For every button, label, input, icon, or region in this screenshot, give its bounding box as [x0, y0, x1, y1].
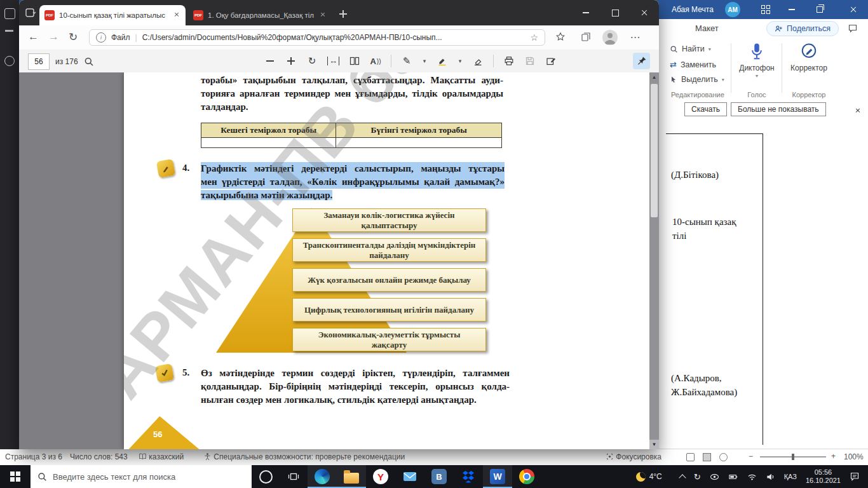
- view-print-layout-icon[interactable]: [703, 452, 711, 461]
- cortana-button[interactable]: [252, 465, 280, 488]
- tab-actions-menu-icon[interactable]: [25, 8, 37, 18]
- draw-pen-dropdown-icon[interactable]: ▾: [422, 53, 427, 69]
- pdf-intro-paragraph[interactable]: торабы» тақырыбын талқылап, сұхбаттасыңд…: [201, 74, 503, 114]
- tray-network-icon[interactable]: [743, 465, 761, 488]
- taskbar-explorer-button[interactable]: [337, 465, 366, 488]
- task-view-button[interactable]: [280, 465, 308, 488]
- status-focus-mode[interactable]: Фокусировка: [606, 452, 661, 461]
- taskbar-vk-button[interactable]: В: [424, 465, 454, 488]
- print-icon[interactable]: [503, 53, 515, 69]
- page-view-icon[interactable]: [349, 53, 360, 69]
- pdf-viewport[interactable]: АРМАН-ПВ ба торабы» тақырыбын талқылап, …: [19, 72, 659, 449]
- pdf-page-input[interactable]: [28, 53, 50, 70]
- tray-sync-icon[interactable]: ↻: [689, 465, 705, 488]
- collections-icon[interactable]: [578, 31, 593, 43]
- scroll-down-icon[interactable]: ▼: [649, 440, 659, 449]
- tray-eye-icon[interactable]: [705, 465, 724, 488]
- status-word-count[interactable]: Число слов: 543: [70, 452, 128, 461]
- zoom-in-button[interactable]: +: [831, 452, 836, 461]
- doc-title[interactable]: 10-сынып қазақ тілі: [672, 215, 747, 243]
- share-button[interactable]: Поделиться: [766, 21, 839, 36]
- zoom-slider-thumb[interactable]: [792, 454, 794, 460]
- new-tab-button[interactable]: [339, 9, 347, 20]
- fit-to-width-icon[interactable]: ↔: [327, 53, 339, 69]
- taskbar-edge-button[interactable]: [308, 465, 337, 488]
- address-bar[interactable]: i Файл | C:/Users/admin/Documents/Новый%…: [89, 29, 545, 46]
- pin-toolbar-icon[interactable]: [633, 53, 650, 69]
- message-bar-close-icon[interactable]: [854, 105, 862, 117]
- word-restore-button[interactable]: [806, 0, 834, 19]
- status-accessibility[interactable]: Специальные возможности: проверьте реком…: [203, 452, 405, 461]
- view-web-layout-icon[interactable]: [719, 452, 728, 461]
- word-minimize-button[interactable]: [778, 0, 806, 19]
- pdf-search-icon[interactable]: [84, 57, 94, 67]
- tray-volume-icon[interactable]: [761, 465, 780, 488]
- task4-paragraph[interactable]: Графиктік мәтіндегі деректерді салыстыры…: [201, 162, 505, 202]
- comments-icon[interactable]: [848, 24, 858, 34]
- tab-close-icon[interactable]: [173, 11, 180, 20]
- word-close-button[interactable]: [839, 0, 868, 19]
- dont-show-again-button[interactable]: Больше не показывать: [731, 102, 826, 116]
- profile-avatar-icon[interactable]: [602, 30, 618, 45]
- tray-battery-icon[interactable]: [724, 465, 743, 488]
- favorites-icon[interactable]: [553, 31, 568, 43]
- scrollbar-thumb[interactable]: [651, 84, 658, 217]
- refresh-icon[interactable]: ↻: [69, 30, 78, 44]
- forward-icon[interactable]: →: [48, 30, 59, 43]
- replace-button[interactable]: ⇄ Заменить: [670, 60, 716, 69]
- weather-widget[interactable]: 4°C: [632, 465, 667, 488]
- language-indicator[interactable]: ҚАЗ: [780, 465, 801, 488]
- doc-author-2[interactable]: (А.Кадыров, Ж.Байхадамова): [671, 371, 761, 399]
- taskbar-mail-button[interactable]: [395, 465, 424, 488]
- background-window-edge[interactable]: [0, 0, 19, 449]
- edge-minimize-button[interactable]: [571, 0, 600, 25]
- doc-author-1[interactable]: (Д.Бітікова): [671, 168, 719, 182]
- status-language[interactable]: казахский: [139, 452, 184, 461]
- edge-tab-inactive[interactable]: PDF 1. Оқу бағдарламасы_Қазақ тіл: [188, 6, 332, 25]
- scroll-up-icon[interactable]: ▲: [649, 72, 659, 82]
- avatar[interactable]: АМ: [725, 2, 740, 17]
- zoom-in-icon[interactable]: [285, 53, 297, 69]
- select-button[interactable]: Выделить▾: [670, 75, 724, 84]
- tab-layout[interactable]: Макет: [695, 24, 719, 33]
- action-center-icon[interactable]: [845, 465, 864, 488]
- read-aloud-icon[interactable]: A: [370, 53, 381, 69]
- download-button[interactable]: Скачать: [684, 102, 727, 116]
- pdf-scrollbar[interactable]: ▲ ▼: [649, 72, 659, 449]
- status-page[interactable]: Страница 3 из 6: [5, 452, 62, 461]
- edge-window[interactable]: PDF 10-сынып қазақ тілі жаратылыс PDF 1.…: [19, 0, 659, 449]
- edge-maximize-button[interactable]: [600, 0, 630, 25]
- taskbar-word-button[interactable]: W: [483, 465, 512, 488]
- edge-tab-active[interactable]: PDF 10-сынып қазақ тілі жаратылыс: [39, 5, 186, 25]
- ribbon-display-options-icon[interactable]: [761, 5, 770, 14]
- zoom-slider[interactable]: [760, 456, 826, 458]
- view-read-mode-icon[interactable]: [686, 452, 695, 461]
- info-icon[interactable]: i: [96, 32, 106, 43]
- edge-close-button[interactable]: [630, 0, 659, 25]
- start-button[interactable]: [0, 465, 31, 488]
- taskbar-yandex-button[interactable]: Y: [366, 465, 395, 488]
- add-favorite-star-icon[interactable]: ☆: [530, 32, 538, 43]
- word-account-name[interactable]: Абая Мечта: [672, 5, 714, 14]
- zoom-out-icon[interactable]: [264, 53, 276, 69]
- zoom-out-button[interactable]: −: [749, 452, 753, 461]
- highlighter-dropdown-icon[interactable]: ▾: [458, 53, 463, 69]
- find-button[interactable]: Найти▾: [670, 44, 711, 53]
- dictate-button[interactable]: Диктофон ▾: [736, 42, 778, 78]
- zoom-percent[interactable]: 100%: [844, 452, 864, 461]
- taskbar-dropbox-button[interactable]: [454, 465, 483, 488]
- clock-widget[interactable]: 05:56 16.10.2021: [801, 465, 845, 488]
- task5-paragraph[interactable]: Өз мәтіндерінде термин сөздерді іріктеп,…: [201, 367, 510, 407]
- save-icon[interactable]: [524, 53, 536, 69]
- annotate-icon[interactable]: [545, 53, 557, 69]
- highlighter-icon[interactable]: [437, 53, 448, 69]
- editor-button[interactable]: Корректор: [787, 42, 831, 72]
- draw-pen-icon[interactable]: ✎: [401, 53, 412, 69]
- taskbar-chrome-button[interactable]: [512, 465, 541, 488]
- back-icon[interactable]: ←: [28, 30, 39, 43]
- eraser-icon[interactable]: [472, 53, 484, 69]
- settings-more-icon[interactable]: ⋯: [628, 31, 643, 43]
- pdf-table[interactable]: Кешегі теміржол торабы Бүгінгі теміржол …: [201, 123, 502, 148]
- tab-close-icon[interactable]: [319, 11, 327, 20]
- hidden-icons-chevron[interactable]: [675, 465, 689, 488]
